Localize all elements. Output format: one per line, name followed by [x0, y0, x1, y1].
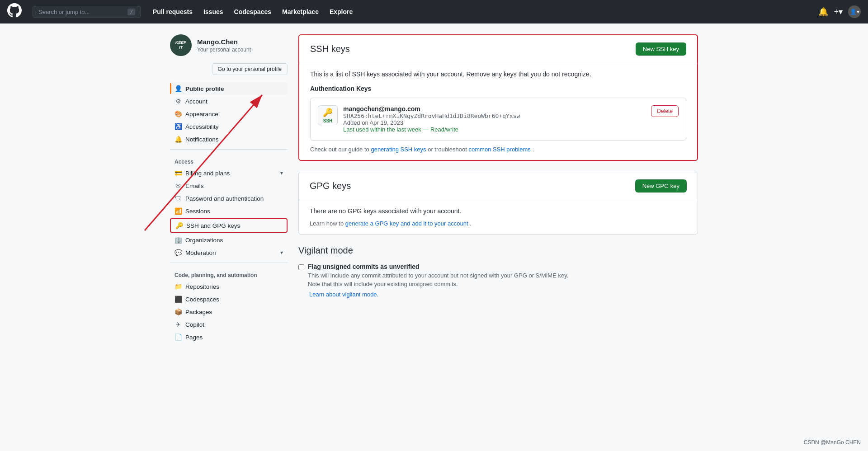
vigilant-checkbox-content: Flag unsigned commits as unverified This…	[308, 263, 568, 287]
sidebar-item-emails[interactable]: ✉ Emails	[170, 179, 288, 192]
github-logo[interactable]	[7, 3, 22, 20]
chevron-down-icon: ▾	[280, 170, 283, 176]
shield-icon: 🛡	[175, 195, 182, 202]
key-icon: 🔑	[175, 222, 183, 229]
moderation-icon: 💬	[175, 249, 182, 256]
sidebar-label-ssh-gpg: SSH and GPG keys	[186, 222, 240, 229]
mail-icon: ✉	[175, 182, 182, 189]
key-glyph: 🔑	[323, 108, 333, 117]
sidebar-label-codespaces: Codespaces	[185, 296, 219, 303]
code-section-label: Code, planning, and automation	[170, 267, 288, 280]
bell-icon: 🔔	[175, 136, 182, 143]
vigilant-mode-title: Vigilant mode	[298, 245, 698, 256]
sidebar-item-account[interactable]: ⚙ Account	[170, 95, 288, 108]
paintbrush-icon: 🎨	[175, 110, 182, 117]
sidebar-user: KEEPIT Mango.Chen Your personal account	[170, 34, 288, 56]
sidebar-label-billing: Billing and plans	[185, 170, 230, 177]
sidebar-item-ssh-gpg[interactable]: 🔑 SSH and GPG keys	[171, 219, 287, 232]
ssh-key-icon: 🔑 SSH	[318, 105, 338, 125]
gpg-keys-section: GPG keys New GPG key There are no GPG ke…	[298, 172, 698, 235]
ssh-help-text: Check out our guide to generating SSH ke…	[310, 146, 686, 153]
sidebar-item-notifications[interactable]: 🔔 Notifications	[170, 133, 288, 146]
sidebar-item-organizations[interactable]: 🏢 Organizations	[170, 234, 288, 246]
sidebar-label-moderation: Moderation	[185, 249, 216, 256]
topnav-links: Pull requests Issues Codespaces Marketpl…	[148, 5, 357, 19]
key-added-date: Added on Apr 19, 2023	[343, 119, 646, 126]
nav-explore[interactable]: Explore	[325, 5, 357, 19]
sidebar-label-emails: Emails	[185, 183, 204, 189]
key-details: mangochen@mango.com SHA256:hteL+rmXiKNgy…	[343, 105, 646, 133]
sidebar-label-public-profile: Public profile	[185, 85, 224, 92]
notifications-bell-icon[interactable]: 🔔	[818, 7, 828, 17]
sidebar-item-sessions[interactable]: 📶 Sessions	[170, 205, 288, 217]
user-avatar-menu[interactable]: 👤▾	[848, 5, 861, 18]
sidebar-item-pages[interactable]: 📄 Pages	[170, 331, 288, 343]
create-plus-icon[interactable]: +▾	[834, 7, 843, 17]
gpg-keys-title: GPG keys	[310, 181, 351, 191]
vigilant-mode-section: Vigilant mode Flag unsigned commits as u…	[298, 245, 698, 298]
accessibility-icon: ♿	[175, 123, 182, 130]
sidebar-label-pages: Pages	[185, 334, 203, 341]
search-shortcut: /	[127, 9, 135, 15]
pages-icon: 📄	[175, 334, 182, 341]
generate-gpg-key-link[interactable]: generate a GPG key and add it to your ac…	[345, 220, 468, 227]
sidebar-user-info: Mango.Chen Your personal account	[197, 38, 251, 53]
key-name: mangochen@mango.com	[343, 105, 646, 113]
topnav-right: 🔔 +▾ 👤▾	[818, 5, 861, 18]
generating-ssh-keys-link[interactable]: generating SSH keys	[371, 146, 426, 153]
new-ssh-key-button[interactable]: New SSH key	[636, 42, 686, 56]
nav-issues[interactable]: Issues	[199, 5, 228, 19]
sidebar-item-appearance[interactable]: 🎨 Appearance	[170, 108, 288, 120]
gpg-learn-text: Learn how to generate a GPG key and add …	[310, 220, 687, 227]
sidebar-username[interactable]: Mango.Chen	[197, 38, 251, 46]
vigilant-checkbox[interactable]	[298, 264, 304, 270]
sidebar-label-appearance: Appearance	[185, 111, 218, 117]
ssh-keys-title: SSH keys	[310, 44, 350, 54]
main-content: SSH keys New SSH key This is a list of S…	[298, 34, 698, 343]
top-navigation: Search or jump to... / Pull requests Iss…	[0, 0, 868, 23]
nav-pull-requests[interactable]: Pull requests	[148, 5, 197, 19]
sidebar-item-moderation[interactable]: 💬 Moderation ▾	[170, 246, 288, 259]
sidebar-item-packages[interactable]: 📦 Packages	[170, 305, 288, 318]
sidebar-item-billing[interactable]: 💳 Billing and plans ▾	[170, 167, 288, 179]
auth-keys-label: Authentication Keys	[310, 85, 686, 92]
sidebar-label-packages: Packages	[185, 309, 212, 315]
packages-icon: 📦	[175, 308, 182, 315]
sidebar-label-sessions: Sessions	[185, 208, 210, 215]
sidebar-item-codespaces[interactable]: ⬛ Codespaces	[170, 293, 288, 305]
ssh-keys-body: This is a list of SSH keys associated wi…	[299, 63, 697, 160]
key-last-used: Last used within the last week — Read/wr…	[343, 126, 646, 133]
vigilant-checkbox-label[interactable]: Flag unsigned commits as unverified	[308, 263, 420, 270]
new-gpg-key-button[interactable]: New GPG key	[635, 179, 687, 193]
nav-codespaces[interactable]: Codespaces	[230, 5, 276, 19]
sessions-icon: 📶	[175, 207, 182, 215]
sidebar-label-copilot: Copilot	[185, 321, 204, 328]
chevron-down-icon-moderation: ▾	[280, 249, 283, 256]
vigilant-learn-link[interactable]: Learn about vigilant mode.	[309, 291, 378, 298]
key-hash: SHA256:hteL+rmXiKNgyZdRrovHaHd1dJDi8ReoW…	[343, 113, 646, 119]
copilot-icon: ✈	[175, 321, 182, 328]
gpg-keys-body: There are no GPG keys associated with yo…	[299, 200, 698, 234]
sidebar-label-password-auth: Password and authentication	[185, 195, 264, 202]
sidebar-item-password-auth[interactable]: 🛡 Password and authentication	[170, 192, 288, 205]
go-to-profile-button[interactable]: Go to your personal profile	[212, 63, 288, 75]
access-section-label: Access	[170, 153, 288, 167]
sidebar-item-public-profile[interactable]: 👤 Public profile	[170, 82, 288, 95]
billing-icon: 💳	[175, 169, 182, 177]
page-container: KEEPIT Mango.Chen Your personal account …	[163, 34, 705, 343]
nav-marketplace[interactable]: Marketplace	[278, 5, 323, 19]
sidebar-label-notifications: Notifications	[185, 136, 219, 143]
sidebar-subtitle: Your personal account	[197, 47, 251, 53]
sidebar-item-repositories[interactable]: 📁 Repositories	[170, 280, 288, 293]
avatar: KEEPIT	[170, 34, 192, 56]
gpg-keys-header: GPG keys New GPG key	[299, 172, 698, 200]
ssh-type-label: SSH	[323, 118, 333, 123]
search-placeholder: Search or jump to...	[38, 9, 90, 15]
sidebar-item-accessibility[interactable]: ♿ Accessibility	[170, 120, 288, 133]
common-ssh-problems-link[interactable]: common SSH problems	[469, 146, 531, 153]
vigilant-checkbox-row: Flag unsigned commits as unverified This…	[298, 263, 698, 287]
sidebar-item-copilot[interactable]: ✈ Copilot	[170, 318, 288, 331]
search-bar[interactable]: Search or jump to... /	[33, 6, 141, 18]
delete-key-button[interactable]: Delete	[651, 105, 679, 117]
sidebar-label-accessibility: Accessibility	[185, 123, 219, 130]
